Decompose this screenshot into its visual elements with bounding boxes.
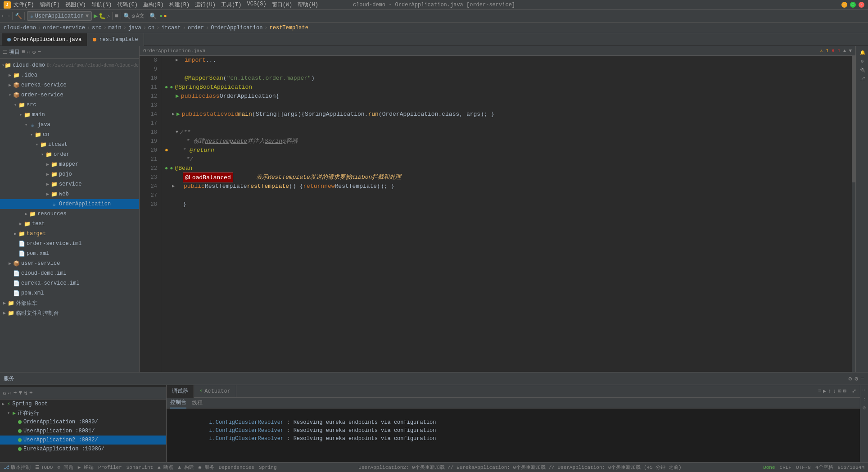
menu-help[interactable]: 帮助(H) [298, 1, 318, 9]
tree-item-resources[interactable]: ▶ 📁 resources [0, 209, 139, 219]
tree-item-eureka-iml[interactable]: 📄 eureka-service.iml [0, 278, 139, 288]
expand-icon[interactable]: ≡ [22, 49, 25, 56]
tree-item-external-libs[interactable]: ▶ 📁 外部库车 [0, 298, 139, 308]
tree-item-order[interactable]: ▾ 📁 order [0, 150, 139, 159]
service-refresh[interactable]: ↻ [3, 390, 6, 397]
menu-refactor[interactable]: 重构(R) [143, 1, 164, 9]
sub-tab-console[interactable]: 控制台 [170, 398, 186, 408]
service-expand[interactable]: ⇔ [8, 390, 12, 397]
log-icon3[interactable]: ↑ [828, 388, 831, 395]
toolbar-settings[interactable]: ⚙ [131, 13, 135, 20]
log-icon6[interactable]: ⊠ [843, 388, 846, 395]
service-running[interactable]: ▾ ▶ 正在运行 [0, 408, 166, 418]
toolbar-translate[interactable]: A文 [136, 12, 145, 20]
vcs-status[interactable]: ⎇ 版本控制 [4, 464, 31, 471]
tree-item-user-service[interactable]: ▶ 📦 user-service [0, 259, 139, 268]
right-panel-git[interactable]: ⎇ [859, 76, 864, 81]
log-right-icon2[interactable]: ⋮ [862, 396, 867, 401]
tree-item-idea[interactable]: ▶ 📁 .idea [0, 70, 139, 80]
scroll-down[interactable]: ▼ [849, 48, 852, 54]
tree-item-mapper[interactable]: ▶ 📁 mapper [0, 159, 139, 169]
service-settings2[interactable]: + [29, 390, 33, 396]
service-user-app2[interactable]: UserApplication2 :8082/ [0, 436, 166, 445]
toolbar-find[interactable]: 🔍 [123, 13, 131, 20]
scroll-up[interactable]: ▲ [843, 48, 846, 54]
tree-item-order-service[interactable]: ▾ 📦 order-service [0, 90, 139, 100]
tab-order-application[interactable]: OrderApplication.java [2, 33, 87, 46]
sub-tab-threads[interactable]: 线程 [192, 398, 203, 408]
bottom-settings[interactable]: ⚙ [849, 375, 852, 382]
tree-item-cloud-iml[interactable]: 📄 cloud-demo.iml [0, 268, 139, 278]
tree-item-test[interactable]: ▶ 📁 test [0, 219, 139, 229]
editor-scrollbar[interactable] [852, 56, 855, 372]
menu-edit[interactable]: 编辑(E) [40, 1, 60, 9]
menu-view[interactable]: 视图(V) [65, 1, 86, 9]
tree-item-java[interactable]: ▾ ☕ java [0, 120, 139, 130]
build-status[interactable]: ▲ 构建 [178, 464, 194, 471]
tree-item-cloud-demo[interactable]: ▾ 📁 cloud-demo D:/zwx/weifuwu/cloud-demo… [0, 60, 139, 70]
maximize-button[interactable]: □ [850, 2, 856, 8]
encoding-label[interactable]: UTF-8 [796, 465, 811, 470]
debug-button[interactable]: 🐛 [99, 13, 106, 20]
run-coverage[interactable]: ▷ [107, 13, 110, 19]
sonarlint-status[interactable]: SonarLint [127, 465, 153, 470]
tree-item-service[interactable]: ▶ 📁 service [0, 179, 139, 189]
menu-tools[interactable]: 工具(T) [221, 1, 242, 9]
profiler-status[interactable]: Profiler [98, 465, 122, 470]
log-panel-expand[interactable]: ⤢ [852, 388, 856, 395]
bottom-hide[interactable]: − [861, 375, 864, 382]
service-run-all[interactable]: ↯ [24, 390, 27, 397]
problems-status[interactable]: ⊙ 问题 [57, 464, 73, 471]
scrollbar-thumb[interactable] [852, 56, 855, 182]
dropdown-icon[interactable]: ▼ [86, 13, 89, 19]
service-user-app[interactable]: UserApplication :8081/ [0, 427, 166, 436]
tree-item-target[interactable]: ▶ 📁 target [0, 229, 139, 239]
log-icon4[interactable]: ↓ [833, 388, 836, 395]
tree-item-itcast[interactable]: ▾ 📁 itcast [0, 140, 139, 150]
log-right-icon1[interactable]: ⋮ [862, 388, 867, 392]
stop-button[interactable]: ■ [115, 13, 118, 19]
settings-icon[interactable]: ⚙ [32, 49, 36, 56]
tree-item-cn[interactable]: ▾ 📁 cn [0, 130, 139, 140]
log-icon1[interactable]: ≡ [818, 388, 821, 395]
service-order-app[interactable]: OrderApplication :8080/ [0, 418, 166, 427]
close-button[interactable]: × [859, 2, 864, 8]
indent-label[interactable]: 4个空格 [815, 464, 833, 471]
service-eureka-app[interactable]: EurekaApplication :10086/ [0, 445, 166, 454]
tree-item-eureka-service[interactable]: ▶ 📦 eureka-service [0, 80, 139, 90]
terminal-status[interactable]: ▶ 终端 [78, 464, 94, 471]
toolbar-search2[interactable]: 🔍 [149, 13, 157, 20]
service-springboot[interactable]: ▶ ⚡ Spring Boot [0, 399, 166, 408]
run-button[interactable]: ▶ [94, 12, 98, 20]
run-arrow-14[interactable]: ▶ [176, 110, 180, 119]
line-sep-label[interactable]: CRLF [780, 465, 791, 470]
tree-item-order-pom[interactable]: 📄 pom.xml [0, 249, 139, 259]
minimize-button[interactable]: − [841, 2, 847, 8]
menu-build[interactable]: 构建(B) [169, 1, 190, 9]
collapse-icon[interactable]: ⇔ [27, 49, 31, 56]
run-arrow-12[interactable]: ▶ [176, 92, 179, 101]
toolbar-build[interactable]: 🔨 [15, 13, 22, 20]
services-status[interactable]: ◉ 服务 [199, 464, 214, 471]
dependencies-status[interactable]: Dependencies [219, 465, 254, 470]
menu-vcs[interactable]: VCS(S) [247, 1, 266, 9]
todo-status[interactable]: ☰ TODO [35, 464, 53, 470]
log-tab-debugger[interactable]: 调试器 [167, 385, 194, 398]
tree-item-order-application[interactable]: ☕ OrderApplication [0, 199, 139, 209]
tree-item-order-iml[interactable]: 📄 order-service.iml [0, 239, 139, 249]
tree-item-main[interactable]: ▾ 📁 main [0, 110, 139, 120]
spring-status[interactable]: Spring [259, 465, 277, 470]
tree-item-pojo[interactable]: ▶ 📁 pojo [0, 169, 139, 179]
tree-item-temp-files[interactable]: ▶ 📁 临时文件和控制台 [0, 308, 139, 318]
close-sidebar-icon[interactable]: − [37, 49, 41, 56]
menu-run[interactable]: 运行(U) [195, 1, 216, 9]
toolbar-back[interactable]: ← [2, 13, 5, 19]
right-panel-plugins[interactable]: 🔌 [859, 67, 864, 73]
menu-window[interactable]: 窗口(W) [272, 1, 293, 9]
bottom-settings2[interactable]: ⚙ [854, 375, 858, 382]
menu-file[interactable]: 文件(F) [14, 1, 34, 9]
right-panel-settings[interactable]: ⚙ [859, 59, 864, 64]
tree-item-web[interactable]: ▶ 📁 web [0, 189, 139, 199]
log-right-icon3[interactable]: ◎ [863, 405, 865, 410]
menu-code[interactable]: 代码(C) [117, 1, 138, 9]
